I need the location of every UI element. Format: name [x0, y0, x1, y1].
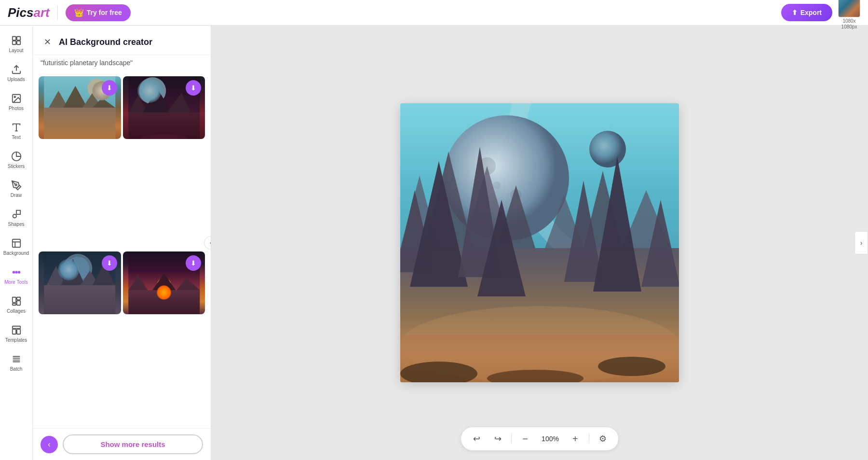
zoom-in-button[interactable]: + — [568, 431, 583, 446]
svg-rect-3 — [16, 41, 20, 44]
svg-rect-18 — [16, 301, 20, 305]
more-tools-icon — [11, 267, 22, 278]
image-card-2[interactable]: ⬇ — [123, 76, 205, 139]
zoom-out-icon: − — [522, 433, 528, 445]
try-free-label: Try for free — [87, 9, 122, 16]
templates-icon — [11, 325, 22, 335]
svg-rect-17 — [16, 297, 20, 300]
zoom-out-button[interactable]: − — [517, 431, 533, 446]
back-arrow-icon: ‹ — [48, 440, 50, 449]
layout-label: Layout — [9, 48, 23, 53]
close-button[interactable]: ✕ — [41, 35, 54, 49]
sidebar-item-draw[interactable]: Draw — [1, 174, 32, 203]
svg-rect-11 — [16, 210, 20, 214]
back-button[interactable]: ‹ — [41, 436, 58, 453]
svg-rect-1 — [16, 36, 20, 40]
svg-point-9 — [15, 184, 17, 186]
uploads-label: Uploads — [7, 77, 25, 82]
text-icon — [11, 122, 22, 133]
canvas-size-label: 1080x1080px — [841, 18, 857, 30]
right-expand-btn[interactable]: › — [854, 231, 868, 254]
svg-point-10 — [13, 214, 16, 218]
sidebar-item-uploads[interactable]: Uploads — [1, 58, 32, 87]
svg-rect-22 — [16, 329, 20, 334]
sidebar-item-text[interactable]: Text — [1, 116, 32, 145]
text-label: Text — [12, 135, 20, 140]
svg-rect-21 — [12, 329, 15, 334]
shapes-icon — [11, 209, 22, 220]
sidebar-item-background[interactable]: Background — [1, 232, 32, 261]
download-btn-1[interactable]: ⬇ — [102, 80, 117, 96]
redo-button[interactable]: ↪ — [490, 431, 505, 446]
bottom-toolbar: ↩ ↪ − 100% + ⚙ — [461, 427, 618, 450]
main-canvas-svg — [400, 103, 679, 382]
svg-rect-20 — [12, 326, 20, 328]
undo-icon: ↩ — [473, 433, 480, 444]
export-button[interactable]: ⬆ Export — [781, 4, 832, 21]
sidebar-item-collages[interactable]: Collages — [1, 290, 32, 319]
svg-rect-19 — [12, 303, 15, 305]
upload-icon — [11, 64, 22, 75]
svg-point-6 — [14, 96, 15, 98]
show-more-label: Show more results — [100, 440, 165, 448]
sidebar-item-layout[interactable]: Layout — [1, 29, 32, 58]
svg-rect-25 — [44, 108, 115, 139]
photo-icon — [11, 93, 22, 104]
export-arrow-icon: ⬆ — [792, 9, 798, 16]
svg-point-78 — [598, 357, 665, 376]
more-tools-label: More Tools — [4, 279, 28, 285]
toolbar-divider-2 — [589, 434, 589, 444]
sidebar-icons: Layout Uploads Photos — [0, 26, 33, 460]
svg-rect-16 — [12, 297, 15, 302]
logo-text: Picsart — [8, 5, 50, 20]
canvas-image[interactable] — [400, 103, 679, 382]
header-divider — [57, 5, 58, 20]
sidebar-item-templates[interactable]: Templates — [1, 319, 32, 348]
svg-rect-49 — [128, 290, 200, 314]
settings-button[interactable]: ⚙ — [595, 431, 610, 446]
svg-rect-0 — [12, 36, 15, 40]
download-btn-3[interactable]: ⬇ — [102, 255, 117, 271]
batch-label: Batch — [10, 366, 23, 372]
image-grid: ⬇ — [33, 72, 211, 428]
zoom-in-icon: + — [572, 433, 578, 445]
svg-point-59 — [589, 131, 626, 167]
panel-title: AI Background creator — [59, 37, 152, 47]
templates-label: Templates — [5, 337, 27, 343]
undo-button[interactable]: ↩ — [469, 431, 484, 446]
search-query: "futuristic planetary landscape" — [33, 55, 211, 72]
svg-point-15 — [18, 271, 20, 273]
collages-icon — [11, 296, 22, 307]
svg-point-58 — [493, 181, 501, 189]
settings-icon: ⚙ — [599, 433, 607, 444]
download-btn-2[interactable]: ⬇ — [186, 80, 201, 96]
photos-label: Photos — [9, 106, 24, 111]
panel-header: ✕ AI Background creator — [33, 26, 211, 55]
canvas-area: › ↩ ↪ − 100% + ⚙ — [211, 26, 868, 460]
image-card-1[interactable]: ⬇ — [39, 76, 121, 139]
export-label: Export — [800, 9, 822, 16]
show-more-button[interactable]: Show more results — [63, 434, 203, 454]
sidebar-item-shapes[interactable]: Shapes — [1, 203, 32, 232]
header-right: ⬆ Export 1080x1080px — [781, 0, 860, 30]
image-card-3[interactable]: ⬇ — [39, 251, 121, 314]
panel-footer: ‹ Show more results — [33, 428, 211, 460]
sidebar-item-photos[interactable]: Photos — [1, 87, 32, 116]
header: Picsart 👑 Try for free ⬆ Export 1080x108… — [0, 0, 868, 26]
sidebar-item-more-tools[interactable]: More Tools — [1, 261, 32, 290]
download-btn-4[interactable]: ⬇ — [186, 255, 201, 271]
logo[interactable]: Picsart — [8, 5, 50, 20]
sticker-icon — [11, 151, 22, 162]
try-free-button[interactable]: 👑 Try for free — [66, 4, 131, 21]
draw-icon — [11, 180, 22, 191]
collages-label: Collages — [7, 308, 26, 314]
svg-point-14 — [15, 271, 17, 273]
sidebar-item-stickers[interactable]: Stickers — [1, 145, 32, 174]
draw-label: Draw — [11, 193, 22, 198]
redo-icon: ↪ — [494, 433, 502, 444]
background-label: Background — [3, 251, 29, 256]
sidebar-item-batch[interactable]: Batch — [1, 348, 32, 377]
image-card-4[interactable]: ⬇ — [123, 251, 205, 314]
canvas-preview-thumb[interactable] — [838, 0, 860, 17]
svg-rect-2 — [12, 41, 15, 44]
